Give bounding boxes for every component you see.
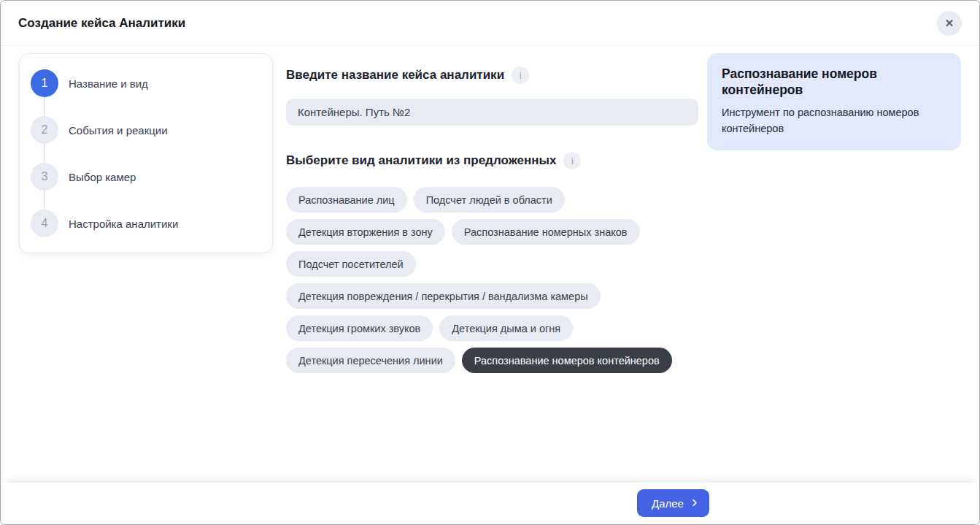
step-number-badge: 1	[31, 69, 58, 97]
step-number-badge: 2	[31, 116, 58, 144]
dialog-footer: Далее ›	[1, 483, 979, 524]
info-panel-description: Инструмент по распознаванию номеров конт…	[722, 105, 946, 137]
step-number-badge: 3	[31, 163, 58, 191]
analytics-type-chip[interactable]: Детекция повреждения / перекрытия / ванд…	[286, 283, 601, 309]
analytics-type-chip[interactable]: Распознавание номеров контейнеров	[462, 348, 672, 373]
analytics-type-chip[interactable]: Подсчет людей в области	[414, 187, 565, 212]
main-form: Введите название кейса аналитики i Выбер…	[286, 53, 698, 380]
name-section-header: Введите название кейса аналитики i	[286, 66, 698, 84]
create-analytics-case-dialog: Создание кейса Аналитики ✕ 1Название и в…	[0, 0, 980, 525]
close-button[interactable]: ✕	[937, 11, 962, 36]
stepper-item-4[interactable]: 4Настройка аналитики	[31, 210, 261, 237]
stepper-item-2[interactable]: 2События и реакции	[31, 116, 261, 144]
chip-row: Детекция вторжения в зонуРаспознавание н…	[286, 219, 698, 245]
stepper: 1Название и вид2События и реакции3Выбор …	[19, 53, 273, 253]
stepper-steps: 1Название и вид2События и реакции3Выбор …	[31, 69, 261, 237]
chip-row: Детекция пересечения линииРаспознавание …	[286, 348, 698, 373]
step-connector-line	[44, 144, 45, 163]
chip-row: Подсчет посетителей	[286, 251, 698, 277]
chip-row: Детекция повреждения / перекрытия / ванд…	[286, 283, 698, 309]
step-label: Настройка аналитики	[69, 218, 178, 230]
info-icon[interactable]: i	[512, 66, 529, 84]
chip-row: Детекция громких звуковДетекция дыма и о…	[286, 315, 698, 341]
info-icon[interactable]: i	[563, 152, 581, 169]
dialog-header: Создание кейса Аналитики ✕	[1, 1, 979, 46]
dialog-content: 1Название и вид2События и реакции3Выбор …	[1, 46, 979, 483]
analytics-type-chip[interactable]: Распознавание номерных знаков	[452, 219, 640, 245]
analytics-type-chip[interactable]: Подсчет посетителей	[286, 251, 416, 277]
step-connector-line	[44, 97, 45, 116]
analytics-type-chip[interactable]: Детекция дыма и огня	[439, 315, 573, 341]
stepper-item-3[interactable]: 3Выбор камер	[31, 163, 261, 191]
analytics-type-chip[interactable]: Детекция пересечения линии	[286, 348, 455, 373]
name-section-title: Введите название кейса аналитики	[286, 68, 504, 83]
stepper-item-1[interactable]: 1Название и вид	[31, 69, 261, 97]
next-button-label: Далее	[652, 497, 684, 510]
info-panel-title: Распознавание номеров контейнеров	[722, 66, 946, 99]
analytics-type-chip[interactable]: Детекция громких звуков	[286, 315, 433, 341]
step-label: Выбор камер	[69, 171, 136, 183]
type-section-title: Выберите вид аналитики из предложенных	[286, 153, 556, 168]
step-connector-line	[44, 191, 45, 210]
analytics-info-panel: Распознавание номеров контейнеров Инстру…	[707, 53, 961, 150]
chip-row: Распознавание лицПодсчет людей в области	[286, 187, 698, 212]
analytics-type-chips: Распознавание лицПодсчет людей в области…	[286, 187, 698, 373]
analytics-type-chip[interactable]: Распознавание лиц	[286, 187, 407, 212]
close-icon: ✕	[945, 17, 954, 30]
next-button[interactable]: Далее ›	[637, 489, 709, 517]
analytics-type-chip[interactable]: Детекция вторжения в зону	[286, 219, 445, 245]
step-number-badge: 4	[31, 210, 58, 237]
step-label: События и реакции	[69, 124, 168, 137]
dialog-title: Создание кейса Аналитики	[18, 16, 185, 31]
step-label: Название и вид	[69, 77, 148, 90]
type-section-header: Выберите вид аналитики из предложенных i	[286, 152, 698, 169]
case-name-input[interactable]	[286, 99, 698, 126]
